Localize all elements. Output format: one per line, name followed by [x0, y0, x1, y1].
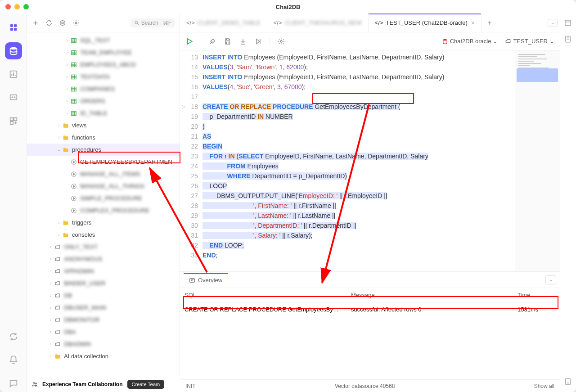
rail-right-icon-3[interactable]: [564, 378, 573, 387]
svg-rect-17: [72, 50, 76, 54]
tree-view[interactable]: ›SQL_TEXT›TEAM_EMPLOYEE›EMPLOYEES_ABCD›T…: [27, 32, 180, 392]
rail-home-icon[interactable]: [5, 19, 22, 36]
settings-icon[interactable]: [277, 37, 285, 45]
search-icon: [134, 20, 140, 26]
team-collab-bar: Experience Team Collaboration Create Tea…: [27, 376, 180, 392]
status-show-all[interactable]: Show all: [534, 383, 554, 389]
gear-icon[interactable]: [72, 19, 80, 27]
tree-row[interactable]: ›consoles: [27, 229, 180, 241]
rail-database-icon[interactable]: [5, 42, 22, 59]
add-icon[interactable]: [32, 19, 40, 27]
results-tab-overview[interactable]: Overview: [184, 273, 228, 286]
minimize-window-button[interactable]: [14, 4, 20, 9]
tree-row[interactable]: ›DB: [27, 289, 180, 302]
svg-point-12: [60, 20, 65, 25]
svg-rect-16: [72, 38, 76, 42]
chevron-down-icon: ⌄: [549, 38, 554, 45]
tree-row[interactable]: ›TEAM_EMPLOYEE: [27, 46, 180, 59]
tree-row[interactable]: ›functions: [27, 131, 180, 144]
tree-row[interactable]: ›DBA: [27, 326, 180, 338]
search-placeholder: Search: [141, 20, 158, 26]
tab-blurred-1[interactable]: </>CLIENT_DEMO_TABLE: [180, 14, 267, 32]
results-row[interactable]: CREATE OR REPLACE PROCEDURE GetEmployees…: [180, 302, 560, 316]
right-rail: [560, 14, 576, 392]
tree-row[interactable]: ›ONLY_TEXT: [27, 241, 180, 253]
rail-chat-icon[interactable]: [5, 89, 22, 106]
tree-row[interactable]: SIMPLE_PROCEDURE: [27, 192, 180, 204]
tab-active[interactable]: </>TEST_USER (Chat2DB-oracle) ×: [369, 14, 482, 32]
team-collab-text: Experience Team Collaboration: [42, 381, 123, 387]
save-icon[interactable]: [224, 37, 232, 45]
results-panel: Overview ⌄ SQL Message Time CREATE OR RE…: [180, 271, 560, 379]
format-icon[interactable]: [208, 37, 216, 45]
col-sql-header: SQL: [180, 288, 346, 302]
tab-label: TEST_USER (Chat2DB-oracle): [386, 19, 468, 26]
result-sql-cell: CREATE OR REPLACE PROCEDURE GetEmployees…: [180, 302, 346, 316]
result-message-cell: successful: Affected rows 0: [346, 302, 513, 316]
database-selector[interactable]: Chat2DB oracle ⌄: [442, 38, 498, 45]
tree-row[interactable]: ›triggers: [27, 216, 180, 229]
col-time-header: Time: [513, 288, 554, 302]
svg-point-7: [12, 97, 13, 98]
code-editor[interactable]: 1314151617▷18192021222324252627282930313…: [180, 50, 515, 271]
tree-row[interactable]: ›COMPANIES: [27, 83, 180, 95]
target-icon[interactable]: [58, 19, 67, 27]
tree-row[interactable]: ›EMPLOYEES_ABCD: [27, 59, 180, 71]
maximize-window-button[interactable]: [23, 4, 29, 9]
download-icon[interactable]: [239, 37, 247, 45]
svg-rect-6: [10, 95, 17, 100]
tree-row[interactable]: ›AI data collection: [27, 350, 180, 362]
play-next-icon[interactable]: [254, 37, 262, 45]
svg-rect-11: [10, 122, 13, 124]
svg-rect-22: [72, 111, 76, 115]
tree-row[interactable]: COMPLEX_PROCEDURE: [27, 204, 180, 216]
svg-rect-18: [72, 63, 76, 67]
tree-row[interactable]: GETEMPLOYEESBYDEPARTMEN: [27, 156, 180, 168]
collapse-results-button[interactable]: ⌄: [545, 275, 556, 284]
create-team-button[interactable]: Create Team: [127, 380, 165, 389]
search-input[interactable]: Search ⌘F: [130, 18, 175, 27]
svg-rect-1: [14, 24, 16, 27]
tree-row[interactable]: MANAGE_ALL_ITEMS: [27, 168, 180, 180]
tree-row[interactable]: ›BINDER_USER: [27, 277, 180, 289]
svg-point-13: [62, 22, 63, 24]
add-tab-button[interactable]: +: [482, 14, 498, 32]
tabs-bar: </>CLIENT_DEMO_TABLE </>CLIENT_THESAURUS…: [180, 14, 560, 32]
svg-rect-20: [72, 87, 76, 91]
tab-blurred-2[interactable]: </>CLIENT_THESAURUS_NEW: [267, 14, 369, 32]
rail-chart-icon[interactable]: [5, 66, 22, 83]
run-button[interactable]: [185, 37, 194, 45]
status-center: Vector datasource:40568: [203, 383, 527, 389]
close-window-button[interactable]: [5, 4, 11, 9]
tree-row[interactable]: ›DBUSER_MAIN: [27, 302, 180, 314]
results-header: SQL Message Time: [180, 288, 560, 302]
tree-row[interactable]: ⌄procedures: [27, 144, 180, 156]
tree-row[interactable]: ›ID_TABLE: [27, 107, 180, 119]
tree-row[interactable]: ›ANONYMOUS: [27, 253, 180, 265]
tree-row[interactable]: ›views: [27, 119, 180, 131]
tree-row[interactable]: ›SQL_TEXT: [27, 34, 180, 46]
rail-bell-icon[interactable]: [5, 351, 22, 369]
tree-row[interactable]: ›TEXTDATA: [27, 71, 180, 83]
main-area: </>CLIENT_DEMO_TABLE </>CLIENT_THESAURUS…: [180, 14, 560, 392]
rail-right-icon-2[interactable]: [564, 35, 573, 44]
tree-row[interactable]: ›ORDERS: [27, 95, 180, 107]
schema-selector[interactable]: TEST_USER ⌄: [505, 38, 554, 45]
refresh-icon[interactable]: [45, 19, 53, 27]
rail-right-icon-1[interactable]: [564, 19, 573, 28]
titlebar: Chat2DB: [0, 0, 576, 14]
tree-row[interactable]: ›DBMONITOR: [27, 314, 180, 326]
tree-row[interactable]: MANAGE_ALL_THINGS: [27, 180, 180, 192]
svg-point-28: [280, 41, 282, 42]
rail-refresh-icon[interactable]: [5, 328, 22, 345]
tree-row[interactable]: ›DBADMIN: [27, 338, 180, 350]
statusbar: INIT Vector datasource:40568 Show all: [180, 379, 560, 392]
rail-message-icon[interactable]: [5, 375, 22, 392]
close-icon[interactable]: ×: [471, 19, 475, 27]
rail-plugin-icon[interactable]: [5, 113, 22, 130]
svg-rect-10: [14, 118, 16, 121]
window-title: Chat2DB: [276, 4, 301, 10]
minimap[interactable]: [515, 50, 560, 271]
tree-row[interactable]: ›APPADMIN: [27, 265, 180, 277]
tab-menu-button[interactable]: ⌄: [545, 14, 560, 32]
